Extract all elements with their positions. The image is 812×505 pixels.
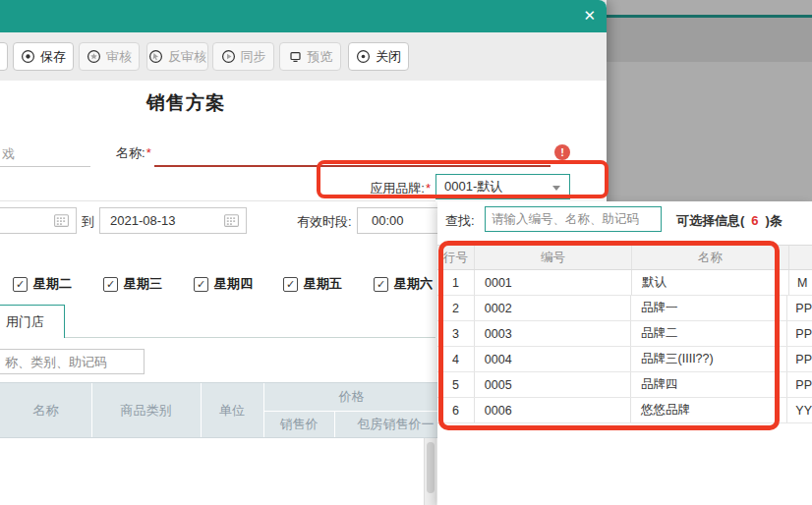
- brand-row[interactable]: 2 0002 品牌一 PP: [437, 296, 812, 321]
- calendar-icon[interactable]: [223, 212, 240, 229]
- cursor-circle-icon: [148, 49, 163, 64]
- section-divider: [0, 200, 435, 201]
- brand-row[interactable]: 6 0006 悠悠品牌 YY: [437, 398, 812, 423]
- required-mark: *: [426, 181, 431, 196]
- tab-applicable-stores[interactable]: 用门店: [0, 305, 65, 338]
- calendar-icon[interactable]: [53, 212, 70, 229]
- name-label: 名称:*: [116, 144, 151, 162]
- checkbox-check-icon: ✓: [374, 277, 388, 292]
- sync-label: 同步: [241, 48, 266, 66]
- brand-row[interactable]: 1 0001 默认 M: [437, 270, 812, 296]
- brand-picker-panel: 查找: 可选择信息(6)条 行号 编号 名称 1 0001 默认 M 2 000…: [437, 201, 812, 505]
- col-name: 名称: [0, 383, 91, 437]
- brand-row[interactable]: 4 0004 品牌三(IIII??) PP: [437, 347, 812, 372]
- column-divider: [334, 411, 335, 437]
- save-button[interactable]: 保存: [13, 42, 74, 71]
- play-circle-icon: [221, 49, 236, 64]
- checkbox-friday[interactable]: ✓ 星期五: [283, 275, 342, 293]
- checkbox-check-icon: ✓: [13, 277, 28, 292]
- table-scrollbar[interactable]: [424, 438, 436, 505]
- audit-label: 审核: [106, 48, 132, 66]
- col-row-no: 行号: [437, 246, 475, 269]
- to-label: 到: [82, 213, 94, 231]
- col-code: 编号: [475, 246, 632, 269]
- brand-label: 应用品牌:*: [339, 180, 431, 197]
- checkbox-check-icon: ✓: [103, 277, 118, 292]
- checkbox-check-icon: ✓: [283, 277, 298, 292]
- preview-button[interactable]: 预览: [279, 42, 341, 71]
- save-icon: [21, 49, 35, 64]
- dimmed-background: [607, 0, 812, 202]
- dialog-toolbar: 保存 审核 反审核 同: [0, 32, 607, 81]
- checkbox-thursday[interactable]: ✓ 星期四: [194, 275, 253, 293]
- valid-period-label: 有效时段:: [297, 213, 352, 231]
- col-mnemonic: [789, 246, 812, 269]
- audit-button[interactable]: 审核: [79, 42, 140, 71]
- required-mark: *: [146, 145, 151, 160]
- end-date-value: 2021-08-13: [110, 213, 176, 228]
- tab-strip-line: [65, 337, 435, 338]
- brand-table: 行号 编号 名称 1 0001 默认 M 2 0002 品牌一 PP 3 000…: [437, 245, 812, 423]
- sync-button[interactable]: 同步: [212, 42, 274, 71]
- partial-code-field[interactable]: [0, 148, 90, 167]
- save-label: 保存: [40, 48, 66, 66]
- brand-table-header: 行号 编号 名称: [437, 245, 812, 270]
- monitor-icon: [288, 49, 303, 64]
- name-input[interactable]: [154, 147, 551, 167]
- checkbox-saturday[interactable]: ✓ 星期六: [374, 275, 433, 293]
- end-date-input[interactable]: 2021-08-13: [99, 207, 247, 234]
- screen: ✕ 保存 审核 反审核: [0, 0, 812, 505]
- error-icon: !: [554, 144, 570, 160]
- col-category: 商品类别: [91, 383, 201, 437]
- star-icon: [87, 49, 101, 64]
- close-button[interactable]: 关闭: [348, 42, 409, 71]
- reverse-audit-button[interactable]: 反审核: [146, 42, 208, 71]
- close-icon[interactable]: ✕: [583, 6, 596, 26]
- preview-label: 预览: [308, 48, 333, 66]
- partial-button[interactable]: [0, 42, 8, 71]
- valid-period-value: 00:00: [372, 213, 404, 228]
- column-divider: [91, 383, 92, 437]
- brand-select-value: 0001-默认: [444, 178, 502, 196]
- checkbox-wednesday[interactable]: ✓ 星期三: [103, 275, 162, 293]
- brand-row[interactable]: 3 0003 品牌二 PP: [437, 321, 812, 347]
- start-date-input[interactable]: [0, 207, 77, 234]
- close-label: 关闭: [376, 48, 401, 66]
- checkbox-tuesday[interactable]: ✓ 星期二: [13, 275, 72, 293]
- background-toolbar-band: [607, 18, 812, 62]
- checkbox-check-icon: ✓: [194, 277, 208, 292]
- brand-search-input[interactable]: [485, 206, 662, 232]
- column-divider: [201, 383, 202, 437]
- dot-circle-icon: [356, 49, 371, 64]
- brand-select[interactable]: 0001-默认: [435, 174, 570, 199]
- goods-search-input[interactable]: [0, 349, 145, 374]
- col-price-group: 价格: [263, 383, 439, 411]
- col-name: 名称: [632, 246, 789, 269]
- info-count: 6: [751, 213, 758, 228]
- page-title: 销售方案: [146, 90, 225, 116]
- scrollbar-thumb[interactable]: [427, 442, 435, 493]
- search-label: 查找:: [445, 212, 475, 230]
- chevron-down-icon: [552, 186, 560, 191]
- col-sale-price: 销售价: [263, 411, 334, 437]
- selectable-info-text: 可选择信息(6)条: [676, 212, 783, 230]
- brand-row[interactable]: 5 0005 品牌四 PP: [437, 372, 812, 398]
- valid-period-input[interactable]: 00:00: [357, 207, 445, 234]
- dialog-titlebar: ✕: [0, 0, 607, 32]
- reverse-audit-label: 反审核: [168, 48, 206, 66]
- col-unit: 单位: [201, 383, 263, 437]
